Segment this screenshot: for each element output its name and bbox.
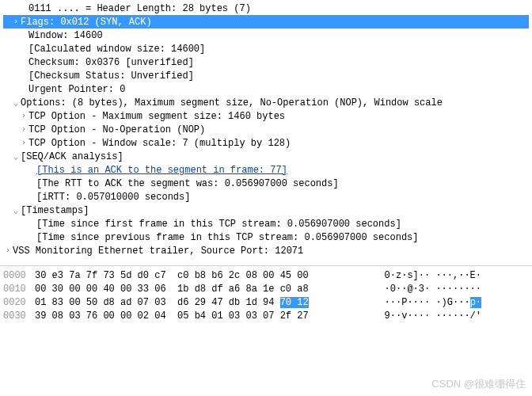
pane-divider[interactable] [0, 265, 532, 266]
expand-right-icon[interactable]: › [11, 17, 21, 26]
packet-details-tree: 0111 .... = Header Length: 28 bytes (7) … [0, 0, 532, 262]
field-text: TCP Option - Window scale: 7 (multiply b… [28, 138, 291, 149]
hex-offset: 0030 [3, 310, 35, 323]
field-text: [Checksum Status: Unverified] [28, 70, 194, 82]
field-text: TCP Option - Maximum segment size: 1460 … [28, 111, 285, 122]
tree-row-calc-window[interactable]: [Calculated window size: 14600] [3, 42, 529, 55]
ascii-highlight: p· [470, 297, 481, 308]
expand-down-icon[interactable]: ⌄ [11, 152, 21, 162]
hex-bytes: 01 83 00 50 d8 ad 07 03 d6 29 47 db 1d 9… [35, 296, 367, 310]
field-text: Checksum: 0x0376 [unverified] [28, 57, 194, 68]
hex-row[interactable]: 0000 30 e3 7a 7f 73 5d d0 c7 c0 b8 b6 2c… [3, 269, 529, 283]
field-text: Urgent Pointer: 0 [28, 84, 125, 95]
hex-bytes: 39 08 03 76 00 00 02 04 05 b4 01 03 03 0… [35, 310, 367, 323]
hex-offset: 0000 [3, 269, 35, 283]
hex-ascii: 9··v···· ······/' [367, 310, 481, 323]
field-text: [SEQ/ACK analysis] [21, 151, 124, 162]
expand-down-icon[interactable]: ⌄ [11, 98, 21, 108]
field-text: [Time since first frame in this TCP stre… [36, 219, 401, 230]
field-text: [The RTT to ACK the segment was: 0.05690… [36, 178, 339, 189]
expand-right-icon[interactable]: › [19, 139, 28, 147]
hex-ascii: 0·z·s]·· ···,··E· [367, 269, 481, 283]
field-text: 0111 .... = Header Length: 28 bytes (7) [28, 3, 251, 14]
tree-row-seqack-rtt[interactable]: [The RTT to ACK the segment was: 0.05690… [3, 177, 529, 190]
tree-row-opt-nop[interactable]: ›TCP Option - No-Operation (NOP) [3, 123, 529, 136]
field-text: TCP Option - No-Operation (NOP) [28, 124, 205, 135]
hex-bytes: 30 e3 7a 7f 73 5d d0 c7 c0 b8 b6 2c 08 0… [35, 269, 367, 283]
field-text: Options: (8 bytes), Maximum segment size… [21, 97, 443, 109]
expand-right-icon[interactable]: › [19, 125, 28, 134]
field-text: [Time since previous frame in this TCP s… [36, 232, 418, 243]
watermark: CSDN @很难绷得住 [431, 377, 526, 391]
hex-dump-pane: 0000 30 e3 7a 7f 73 5d d0 c7 c0 b8 b6 2c… [0, 268, 532, 325]
hex-highlight: 70 12 [280, 297, 309, 308]
hex-offset: 0010 [3, 283, 35, 296]
tree-row-urgent-pointer[interactable]: Urgent Pointer: 0 [3, 82, 529, 96]
hex-row[interactable]: 0020 01 83 00 50 d8 ad 07 03 d6 29 47 db… [3, 296, 529, 310]
tree-row-opt-mss[interactable]: ›TCP Option - Maximum segment size: 1460… [3, 109, 529, 123]
field-text: Window: 14600 [28, 30, 103, 41]
field-text: [iRTT: 0.057010000 seconds] [36, 192, 190, 203]
hex-offset: 0020 [3, 296, 35, 310]
tree-row-seqack-irtt[interactable]: [iRTT: 0.057010000 seconds] [3, 190, 529, 204]
field-text: [Timestamps] [21, 205, 89, 216]
tree-row-ts-prev[interactable]: [Time since previous frame in this TCP s… [3, 230, 529, 244]
tree-row-vss[interactable]: ›VSS Monitoring Ethernet trailer, Source… [3, 244, 529, 257]
hex-ascii: ···P···· ·)G···p· [367, 296, 481, 310]
field-text: [Calculated window size: 14600] [28, 44, 205, 55]
tree-row-opt-ws[interactable]: ›TCP Option - Window scale: 7 (multiply … [3, 136, 529, 150]
tree-row-timestamps[interactable]: ⌄[Timestamps] [3, 204, 529, 217]
expand-down-icon[interactable]: ⌄ [11, 206, 21, 215]
tree-row-checksum-status[interactable]: [Checksum Status: Unverified] [3, 69, 529, 82]
hex-ascii: ·0··@·3· ········ [367, 283, 481, 296]
tree-row-flags[interactable]: ›Flags: 0x012 (SYN, ACK) [3, 15, 529, 29]
frame-link[interactable]: [This is an ACK to the segment in frame:… [36, 165, 287, 176]
expand-right-icon[interactable]: › [3, 246, 13, 255]
tree-row-options[interactable]: ⌄Options: (8 bytes), Maximum segment siz… [3, 96, 529, 109]
tree-row-header-length[interactable]: 0111 .... = Header Length: 28 bytes (7) [3, 2, 529, 15]
tree-row-checksum[interactable]: Checksum: 0x0376 [unverified] [3, 55, 529, 69]
tree-row-window[interactable]: Window: 14600 [3, 29, 529, 42]
tree-row-seqack-ack77[interactable]: [This is an ACK to the segment in frame:… [3, 163, 529, 177]
field-text: Flags: 0x012 (SYN, ACK) [21, 17, 152, 28]
tree-row-ts-first[interactable]: [Time since first frame in this TCP stre… [3, 217, 529, 230]
tree-row-seqack[interactable]: ⌄[SEQ/ACK analysis] [3, 150, 529, 163]
hex-row[interactable]: 0010 00 30 00 00 40 00 33 06 1b d8 df a6… [3, 283, 529, 296]
hex-bytes: 00 30 00 00 40 00 33 06 1b d8 df a6 8a 1… [35, 283, 367, 296]
field-text: VSS Monitoring Ethernet trailer, Source … [13, 246, 303, 257]
hex-row[interactable]: 0030 39 08 03 76 00 00 02 04 05 b4 01 03… [3, 310, 529, 323]
expand-right-icon[interactable]: › [19, 112, 28, 120]
